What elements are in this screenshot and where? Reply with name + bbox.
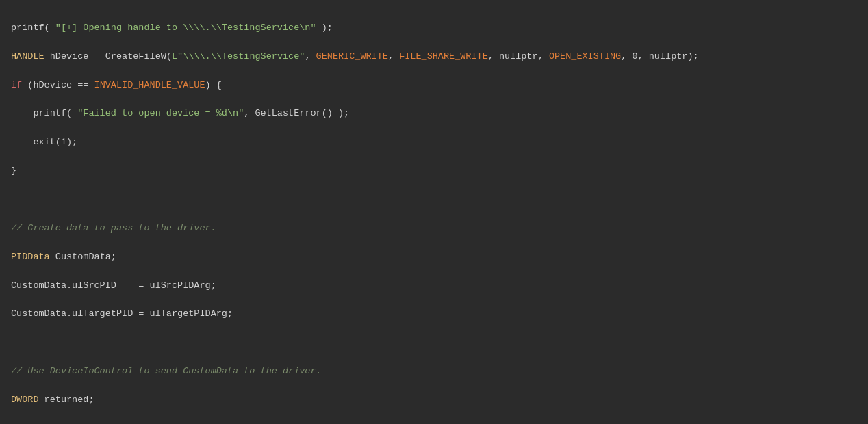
line-10: CustomData.ulSrcPID = ulSrcPIDArg; bbox=[11, 279, 857, 293]
code-token: // Use DeviceIoControl to send CustomDat… bbox=[11, 366, 322, 376]
code-token: ); bbox=[316, 23, 333, 33]
code-token: GetLastError bbox=[255, 108, 321, 118]
code-token: ) { bbox=[205, 80, 222, 90]
code-token: } bbox=[11, 165, 16, 176]
code-token: , bbox=[244, 108, 255, 118]
code-token: PIDData bbox=[11, 252, 50, 262]
code-token: "[+] Opening handle to \\\\.\\TestingSer… bbox=[55, 23, 316, 33]
code-token: (1); bbox=[55, 137, 77, 147]
line-2: HANDLE hDevice = CreateFileW(L"\\\\.\\Te… bbox=[11, 50, 857, 64]
code-token: ( bbox=[166, 51, 172, 62]
line-8: // Create data to pass to the driver. bbox=[11, 222, 857, 236]
code-token: CreateFileW bbox=[105, 51, 166, 62]
line-13: // Use DeviceIoControl to send CustomDat… bbox=[11, 365, 857, 379]
code-token: ( bbox=[66, 108, 77, 118]
line-6: } bbox=[11, 164, 857, 178]
line-1: printf( "[+] Opening handle to \\\\.\\Te… bbox=[11, 21, 857, 36]
code-token: ( bbox=[44, 23, 55, 33]
code-token: "Failed to open device = %d\n" bbox=[77, 108, 244, 118]
code-token: GENERIC_WRITE bbox=[316, 51, 388, 62]
code-token: , bbox=[388, 51, 399, 62]
line-4: printf( "Failed to open device = %d\n", … bbox=[11, 107, 857, 121]
line-5: exit(1); bbox=[11, 135, 857, 150]
code-token: exit bbox=[11, 137, 55, 147]
code-token: () ); bbox=[322, 108, 350, 118]
code-token: , 0, nullptr); bbox=[621, 51, 698, 62]
code-token: INVALID_HANDLE_VALUE bbox=[94, 80, 205, 90]
line-9: PIDData CustomData; bbox=[11, 250, 857, 265]
code-token: , bbox=[305, 51, 316, 62]
line-7 bbox=[11, 193, 857, 207]
line-3: if (hDevice == INVALID_HANDLE_VALUE) { bbox=[11, 79, 857, 93]
code-token: returned; bbox=[39, 395, 94, 405]
code-token: hDevice = bbox=[44, 51, 105, 62]
code-token: FILE_SHARE_WRITE bbox=[399, 51, 488, 62]
code-token: L"\\\\.\\TestingService" bbox=[172, 51, 305, 62]
code-token: , nullptr, bbox=[488, 51, 549, 62]
line-12 bbox=[11, 336, 857, 350]
line-11: CustomData.ulTargetPID = ulTargetPIDArg; bbox=[11, 307, 857, 321]
code-token: DWORD bbox=[11, 395, 39, 405]
code-token: (hDevice == bbox=[22, 80, 94, 90]
line-14: DWORD returned; bbox=[11, 393, 857, 408]
code-editor: printf( "[+] Opening handle to \\\\.\\Te… bbox=[0, 0, 868, 424]
code-token: CustomData.ulTargetPID = ulTargetPIDArg; bbox=[11, 308, 233, 319]
code-token: // Create data to pass to the driver. bbox=[11, 223, 216, 233]
code-token: printf bbox=[11, 23, 44, 33]
code-token: if bbox=[11, 80, 22, 90]
code-token: HANDLE bbox=[11, 51, 44, 62]
code-token: OPEN_EXISTING bbox=[549, 51, 621, 62]
code-token: CustomData; bbox=[50, 252, 116, 262]
code-token: CustomData.ulSrcPID = ulSrcPIDArg; bbox=[11, 280, 216, 291]
code-token: printf bbox=[11, 108, 66, 118]
